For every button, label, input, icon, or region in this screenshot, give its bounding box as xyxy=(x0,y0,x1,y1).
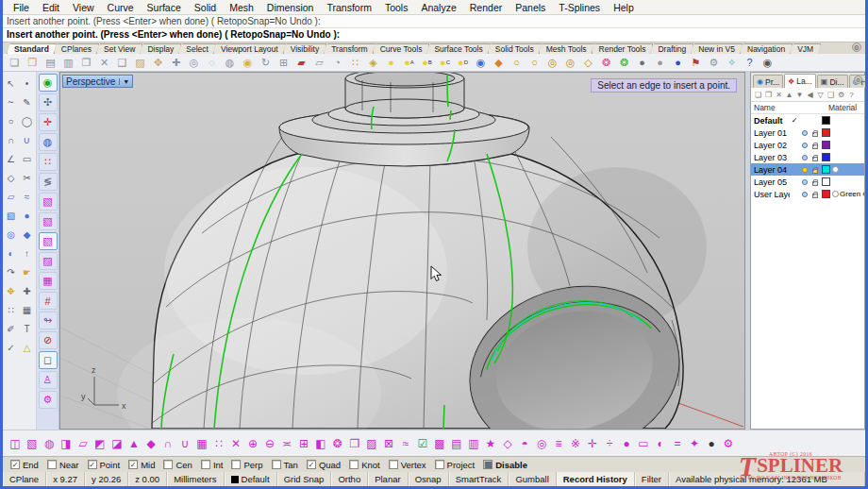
menu-item[interactable]: Help xyxy=(607,2,641,13)
ts-smooth-mode-icon[interactable]: ≈ xyxy=(397,435,414,452)
text-tool-icon[interactable]: T xyxy=(19,319,35,338)
toolbar-tab[interactable]: Viewport Layout xyxy=(213,43,286,54)
ts-cap-icon[interactable]: ◓ xyxy=(516,435,533,452)
osnap-checkbox[interactable]: ✓ xyxy=(88,460,97,469)
back-icon[interactable]: ◀ xyxy=(805,89,815,100)
surface-tool-icon[interactable]: ▱ xyxy=(3,187,19,206)
point-cloud-icon[interactable]: ∷ xyxy=(346,55,364,71)
osnap-checkbox[interactable]: ✓ xyxy=(128,460,138,469)
ts-box-display-4-icon[interactable]: ▨ xyxy=(39,252,58,270)
new-file-icon[interactable]: ❏ xyxy=(6,55,24,71)
osnap-toggle[interactable]: Int xyxy=(201,460,224,470)
help-icon[interactable]: ? xyxy=(741,55,759,71)
osnap-checkbox[interactable] xyxy=(389,460,398,469)
report-icon[interactable]: ❑ xyxy=(826,89,836,100)
layer-material[interactable] xyxy=(832,178,864,185)
layer-material[interactable] xyxy=(832,129,864,136)
toolbar-tab[interactable]: Select xyxy=(178,43,216,54)
bulb-icon[interactable] xyxy=(799,179,810,185)
osnap-checkbox[interactable]: ✓ xyxy=(307,460,316,469)
viewport-canvas[interactable]: z x y xyxy=(60,73,744,429)
zoom-window-icon[interactable]: ◌ xyxy=(203,55,221,71)
ts-insert-point-icon[interactable]: ∷ xyxy=(210,435,227,452)
toolbar-tab[interactable]: VJM xyxy=(790,43,821,54)
ts-subdivide-icon[interactable]: ⊠ xyxy=(380,435,397,452)
point-tool-icon[interactable]: • xyxy=(19,74,35,93)
menu-item[interactable]: Surface xyxy=(141,2,188,13)
extrude-tool-icon[interactable]: ↑ xyxy=(19,244,35,262)
ts-make-uniform-icon[interactable]: = xyxy=(669,435,686,452)
block-tool-icon[interactable]: ▦ xyxy=(19,300,35,319)
ts-append-face-icon[interactable]: ◩ xyxy=(92,435,108,452)
control-curve-icon[interactable]: ✎ xyxy=(19,93,35,111)
gears-icon[interactable]: ⚙ xyxy=(705,55,723,71)
ts-radial-symmetry-icon[interactable]: ❂ xyxy=(329,435,346,452)
layer-color-swatch[interactable] xyxy=(822,177,830,186)
osnap-toggle[interactable]: ✓ Mid xyxy=(128,460,155,470)
delete-icon[interactable]: ✕ xyxy=(95,55,113,71)
layer-material[interactable] xyxy=(832,154,864,160)
ts-pipe-icon[interactable]: ◎ xyxy=(533,435,550,452)
panel-help-icon[interactable]: ? xyxy=(846,89,857,100)
layer-row[interactable]: Layer 04 xyxy=(751,163,864,176)
lock-objects-icon[interactable]: ◈ xyxy=(364,55,382,71)
bulb-icon[interactable] xyxy=(799,192,810,197)
ts-extract-icon[interactable]: ✦ xyxy=(686,435,703,452)
ts-offset-icon[interactable]: ≡ xyxy=(550,435,567,452)
ts-smooth-toggle-icon[interactable]: ≶ xyxy=(39,173,58,191)
copy-to-clipboard-icon[interactable]: ❐ xyxy=(77,55,95,71)
spark-icon[interactable]: ✧ xyxy=(723,55,741,71)
status-pane[interactable]: Grid Snap xyxy=(277,472,332,486)
lock-icon[interactable] xyxy=(810,129,820,137)
status-pane[interactable]: x 9.27 xyxy=(46,472,85,486)
bulb-icon[interactable] xyxy=(799,167,810,173)
ts-divide-icon[interactable]: ÷ xyxy=(601,435,618,452)
tools-icon[interactable]: ⚙ xyxy=(836,89,846,100)
status-pane[interactable]: Record History xyxy=(557,472,635,486)
menu-item[interactable]: Analyze xyxy=(414,2,462,13)
ts-options-gear-icon[interactable]: ⚙ xyxy=(720,435,737,452)
osnap-toggle[interactable]: Vertex xyxy=(389,460,426,470)
zoom-dynamic-icon[interactable]: ◎ xyxy=(185,55,203,71)
ts-grid-numbers-icon[interactable]: # xyxy=(39,292,58,310)
new-layer-icon[interactable]: ❏ xyxy=(753,89,763,100)
layer-material[interactable]: Green G xyxy=(832,190,864,198)
osnap-toggle[interactable]: ✓ Point xyxy=(88,460,121,470)
status-pane[interactable]: Filter xyxy=(635,472,669,486)
toolbar-tab[interactable]: New in V5 xyxy=(691,43,743,54)
layer-material[interactable] xyxy=(832,117,864,124)
osnap-toggle[interactable]: ✓ Quad xyxy=(307,460,341,470)
layer-color-swatch[interactable] xyxy=(822,141,830,149)
toolbar-tab[interactable]: Surface Tools xyxy=(426,43,490,54)
bulb-icon[interactable] xyxy=(799,143,810,148)
osnap-checkbox[interactable] xyxy=(163,460,173,469)
layer-material[interactable] xyxy=(832,166,864,173)
ts-insert-edge-icon[interactable]: ▦ xyxy=(193,435,210,452)
menu-item[interactable]: Tools xyxy=(378,2,415,13)
flag-icon[interactable]: ⚑ xyxy=(687,55,705,71)
layer-row[interactable]: User Layer 01 Green G xyxy=(751,188,864,200)
status-pane[interactable]: Available physical memory: 12361 MB xyxy=(669,472,865,486)
bulb-c-icon[interactable]: ●C xyxy=(436,55,454,71)
copy-icon[interactable]: ❑ xyxy=(113,55,131,71)
ts-merge-icon[interactable]: ⊞ xyxy=(295,435,312,452)
ts-retopo-icon[interactable]: ※ xyxy=(567,435,584,452)
ts-pattern-icon[interactable]: ▤ xyxy=(448,435,465,452)
eye-icon[interactable]: ◉ xyxy=(472,55,490,71)
osnap-checkbox[interactable]: ✓ xyxy=(10,460,20,469)
status-pane[interactable]: y 20.26 xyxy=(85,472,128,486)
layer-row[interactable]: Layer 02 xyxy=(751,139,864,151)
toolbar-tab[interactable]: Mesh Tools xyxy=(539,43,594,54)
render-sphere-dark-icon[interactable]: ● xyxy=(633,55,651,71)
ring-icon[interactable]: ○ xyxy=(508,55,526,71)
ts-frame-icon[interactable]: ◻ xyxy=(39,351,58,369)
status-pane[interactable]: z 0.00 xyxy=(128,472,167,486)
ts-plane-icon[interactable]: ▱ xyxy=(75,435,92,452)
status-pane[interactable]: Default xyxy=(225,472,277,486)
layer-row[interactable]: Layer 03 xyxy=(751,151,864,163)
zoom-doc-icon[interactable]: ◉ xyxy=(759,55,776,71)
layer-row[interactable]: Layer 01 xyxy=(751,126,864,139)
ts-display-icon[interactable]: ▩ xyxy=(431,435,448,452)
fillet-tool-icon[interactable]: ↷ xyxy=(3,262,19,281)
loft-tool-icon[interactable]: ≈ xyxy=(19,187,35,206)
